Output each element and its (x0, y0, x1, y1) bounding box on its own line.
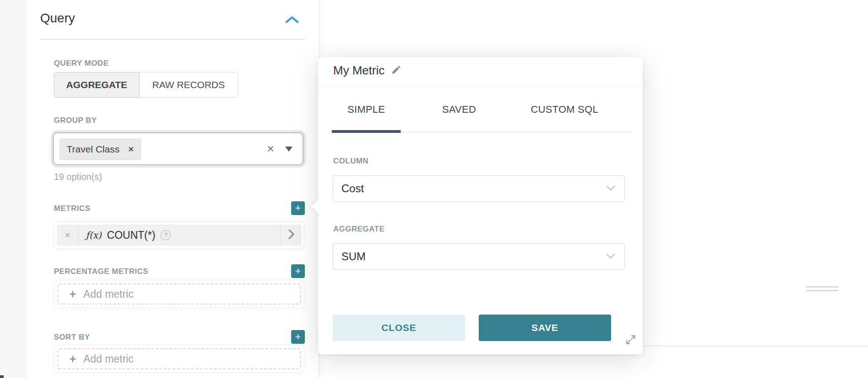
group-by-options-count: 19 option(s) (54, 172, 102, 182)
chevron-up-icon (285, 17, 299, 25)
plus-icon: + (69, 289, 76, 300)
metric-expand-chevron[interactable] (281, 225, 301, 246)
left-rail (0, 0, 26, 378)
close-button[interactable]: CLOSE (333, 315, 465, 341)
popover-header: My Metric (318, 57, 643, 87)
add-metric-placeholder: Add metric (84, 353, 134, 365)
chevron-down-icon (606, 184, 615, 193)
column-select[interactable]: Cost (333, 175, 625, 202)
tab-saved[interactable]: SAVED (426, 104, 492, 116)
sort-by-label: SORT BY (54, 333, 90, 342)
metric-pill-body[interactable]: ƒ(x) COUNT(*) ? (78, 225, 281, 246)
metric-remove-icon[interactable]: × (57, 225, 78, 246)
tab-simple[interactable]: SIMPLE (332, 104, 401, 116)
group-by-select[interactable]: Travel Class ✕ × (53, 132, 303, 165)
save-button[interactable]: SAVE (479, 315, 611, 341)
query-section-title: Query (40, 11, 75, 26)
chevron-down-icon (606, 252, 615, 261)
metric-name: My Metric (333, 63, 385, 78)
metric-pill[interactable]: × ƒ(x) COUNT(*) ? (57, 225, 301, 246)
query-mode-option-raw-records[interactable]: RAW RECORDS (139, 72, 238, 98)
drag-handle-line (806, 290, 839, 291)
query-mode-option-aggregate[interactable]: AGGREGATE (54, 72, 140, 98)
query-header-separator (40, 39, 305, 40)
query-section-collapse-button[interactable] (285, 16, 301, 26)
help-circle-icon[interactable]: ? (161, 230, 171, 240)
tab-custom-sql[interactable]: CUSTOM SQL (512, 104, 617, 116)
sort-by-control: + Add metric (54, 345, 304, 373)
tag-remove-icon[interactable]: ✕ (128, 145, 134, 154)
active-tab-underline (332, 130, 401, 133)
function-fx-icon: ƒ(x) (86, 230, 101, 241)
select-clear-icon[interactable]: × (267, 142, 274, 155)
column-select-value: Cost (341, 182, 606, 195)
aggregate-select-value: SUM (341, 250, 606, 263)
group-by-label: GROUP BY (54, 116, 97, 125)
metrics-control: × ƒ(x) COUNT(*) ? (54, 221, 304, 249)
percentage-metrics-control: + Add metric (54, 280, 304, 308)
add-metric-button[interactable]: + (291, 201, 305, 215)
plus-icon: + (295, 203, 301, 213)
tag-label: Travel Class (67, 144, 120, 155)
query-mode-label: QUERY MODE (54, 59, 109, 68)
percentage-metrics-label: PERCENTAGE METRICS (54, 267, 148, 276)
popover-arrow (311, 199, 325, 213)
column-label: COLUMN (333, 157, 369, 166)
panel-resize-drag-handle[interactable] (806, 286, 839, 294)
metric-edit-popover: My Metric SIMPLE SAVED CUSTOM SQL COLUMN… (318, 57, 643, 354)
aggregate-label: AGGREGATE (333, 225, 385, 234)
pencil-edit-icon[interactable] (391, 64, 402, 77)
resize-diagonal-icon[interactable] (625, 334, 637, 346)
chevron-right-icon (288, 229, 294, 241)
add-metric-placeholder: Add metric (84, 288, 134, 300)
metric-expression: COUNT(*) (107, 229, 155, 242)
add-percentage-metric-button[interactable]: + (291, 264, 305, 278)
percentage-metrics-add-metric[interactable]: + Add metric (58, 284, 301, 304)
select-caret-down-icon[interactable] (285, 147, 293, 152)
plus-icon: + (295, 332, 301, 342)
drag-handle-line (806, 286, 839, 288)
plus-icon: + (295, 266, 301, 276)
metric-editor-tabs: SIMPLE SAVED CUSTOM SQL (332, 104, 617, 116)
sort-by-add-metric[interactable]: + Add metric (58, 348, 301, 369)
group-by-selected-tag: Travel Class ✕ (59, 138, 141, 160)
plus-icon: + (69, 353, 76, 365)
query-mode-segmented-control: AGGREGATE RAW RECORDS (54, 72, 238, 98)
add-sort-by-button[interactable]: + (291, 330, 305, 344)
aggregate-select[interactable]: SUM (333, 243, 625, 270)
bottom-left-corner-chip (0, 375, 4, 378)
metrics-label: METRICS (54, 204, 90, 213)
